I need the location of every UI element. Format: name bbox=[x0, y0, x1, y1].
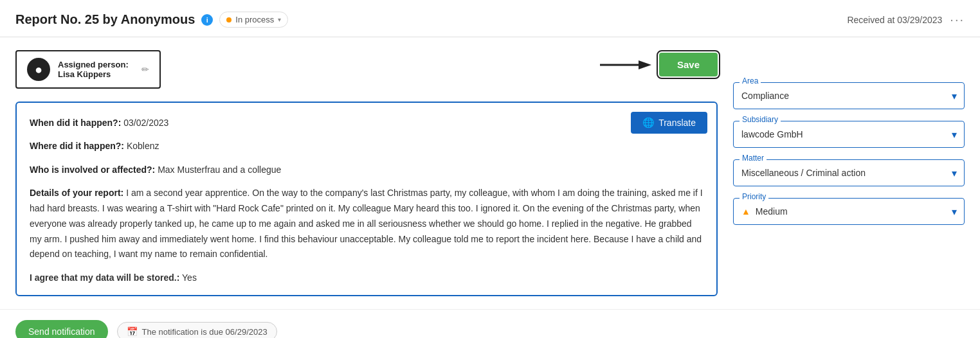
agree-label: I agree that my data will be stored.: bbox=[30, 272, 179, 283]
matter-label: Matter bbox=[740, 154, 767, 163]
where-label: Where did it happen?: bbox=[30, 141, 124, 151]
status-label: In process bbox=[235, 15, 274, 24]
header-left: Report No. 25 by Anonymous i In process … bbox=[15, 12, 288, 28]
who-field: Who is involved or affected?: Max Muster… bbox=[30, 163, 703, 177]
area-select[interactable]: ComplianceHRFinanceLegal bbox=[733, 82, 965, 109]
calendar-icon: 📅 bbox=[127, 326, 138, 337]
page-header: Report No. 25 by Anonymous i In process … bbox=[0, 0, 980, 37]
subsidiary-select[interactable]: lawcode GmbHlawcode AG bbox=[733, 121, 965, 148]
priority-value: Medium bbox=[756, 206, 788, 217]
due-date-label: The notification is due 06/29/2023 bbox=[142, 327, 268, 337]
priority-up-icon: ▲ bbox=[741, 206, 750, 217]
status-dot bbox=[226, 17, 231, 22]
details-label: Details of your report: bbox=[30, 188, 123, 198]
svg-marker-1 bbox=[639, 60, 651, 69]
page-title: Report No. 25 by Anonymous bbox=[15, 12, 195, 27]
translate-label: Translate bbox=[658, 118, 696, 128]
main-content: ● Assigned person: Lisa Küppers ✏ Save bbox=[0, 37, 980, 309]
right-column: Area ComplianceHRFinanceLegal ▾ Subsidia… bbox=[733, 82, 965, 296]
who-label: Who is involved or affected?: bbox=[30, 165, 155, 175]
more-options-icon[interactable]: ··· bbox=[950, 12, 965, 27]
matter-select[interactable]: Miscellaneous / Criminal actionFraudHara… bbox=[733, 159, 965, 186]
translate-button[interactable]: 🌐 Translate bbox=[631, 112, 707, 134]
assigned-info: Assigned person: Lisa Küppers bbox=[58, 60, 129, 79]
assigned-person-box: ● Assigned person: Lisa Küppers ✏ bbox=[15, 50, 161, 89]
priority-group: Priority ▲ Medium ▾ bbox=[733, 198, 965, 225]
subsidiary-group: Subsidiary lawcode GmbHlawcode AG ▾ bbox=[733, 121, 965, 148]
avatar: ● bbox=[27, 58, 50, 81]
edit-icon[interactable]: ✏ bbox=[141, 64, 149, 75]
when-field: When did it happen?: 03/02/2023 bbox=[30, 116, 703, 130]
info-icon[interactable]: i bbox=[201, 14, 213, 26]
status-badge[interactable]: In process ▾ bbox=[219, 12, 288, 28]
report-box: 🌐 Translate When did it happen?: 03/02/2… bbox=[15, 102, 718, 296]
page-footer: Send notification 📅 The notification is … bbox=[0, 309, 980, 338]
header-right: Received at 03/29/2023 ··· bbox=[847, 12, 965, 27]
left-column: ● Assigned person: Lisa Küppers ✏ Save bbox=[15, 50, 718, 296]
matter-group: Matter Miscellaneous / Criminal actionFr… bbox=[733, 159, 965, 186]
arrow-icon bbox=[600, 55, 651, 75]
when-label: When did it happen?: bbox=[30, 118, 121, 128]
top-row: ● Assigned person: Lisa Küppers ✏ Save bbox=[15, 50, 718, 102]
agree-field: I agree that my data will be stored.: Ye… bbox=[30, 271, 703, 285]
chevron-down-icon: ▾ bbox=[278, 16, 281, 23]
received-label: Received at 03/29/2023 bbox=[847, 15, 942, 25]
details-field: Details of your report: I am a second ye… bbox=[30, 186, 703, 262]
where-field: Where did it happen?: Koblenz bbox=[30, 139, 703, 153]
person-icon: ● bbox=[35, 62, 42, 77]
area-label: Area bbox=[740, 76, 761, 85]
save-button[interactable]: Save bbox=[659, 53, 718, 76]
assigned-name: Lisa Küppers bbox=[58, 69, 129, 79]
area-group: Area ComplianceHRFinanceLegal ▾ bbox=[733, 82, 965, 109]
priority-select[interactable]: ▲ Medium bbox=[733, 198, 965, 225]
priority-label: Priority bbox=[740, 192, 768, 201]
globe-icon: 🌐 bbox=[642, 117, 655, 129]
save-section: Save bbox=[600, 53, 718, 76]
send-notification-button[interactable]: Send notification bbox=[15, 320, 108, 338]
assigned-label: Assigned person: bbox=[58, 60, 129, 69]
subsidiary-label: Subsidiary bbox=[740, 115, 781, 124]
due-date-badge: 📅 The notification is due 06/29/2023 bbox=[117, 322, 277, 338]
chevron-down-icon: ▾ bbox=[952, 206, 957, 218]
